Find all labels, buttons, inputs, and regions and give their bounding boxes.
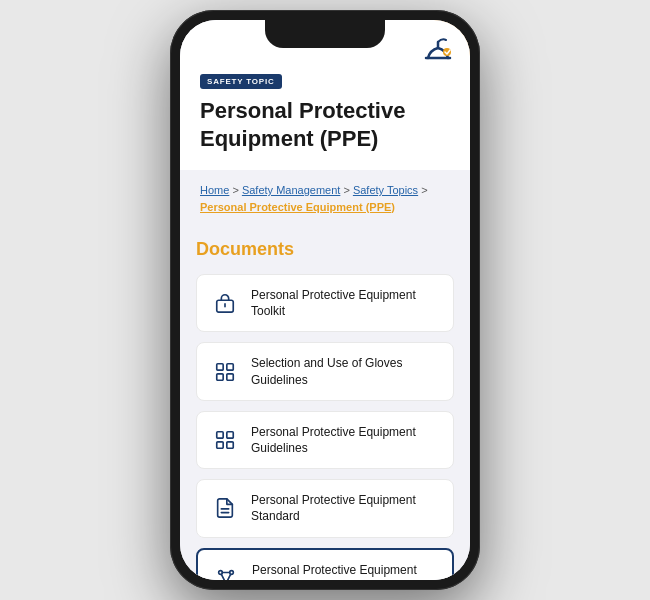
procedure-icon bbox=[212, 564, 240, 580]
documents-section: Documents Personal Protective Equipment … bbox=[180, 231, 470, 580]
phone-screen: SAFETY TOPIC Personal Protective Equipme… bbox=[180, 20, 470, 580]
grid-icon-gloves bbox=[211, 358, 239, 386]
phone-frame: SAFETY TOPIC Personal Protective Equipme… bbox=[170, 10, 480, 590]
breadcrumb-current: Personal Protective Equipment (PPE) bbox=[200, 201, 395, 213]
svg-rect-3 bbox=[217, 363, 223, 369]
doc-label-toolkit: Personal Protective Equipment Toolkit bbox=[251, 287, 439, 319]
notch bbox=[265, 20, 385, 48]
documents-title: Documents bbox=[196, 239, 454, 260]
svg-line-18 bbox=[227, 574, 231, 580]
doc-label-guidelines: Personal Protective Equipment Guidelines bbox=[251, 424, 439, 456]
svg-rect-10 bbox=[227, 442, 233, 448]
svg-rect-8 bbox=[227, 432, 233, 438]
doc-card-procedure[interactable]: Personal Protective Equipment Procedure bbox=[196, 548, 454, 581]
document-icon-standard bbox=[211, 494, 239, 522]
safety-helmet-icon bbox=[418, 30, 458, 70]
breadcrumb-safety-management[interactable]: Safety Management bbox=[242, 184, 340, 196]
breadcrumb-safety-topics[interactable]: Safety Topics bbox=[353, 184, 418, 196]
svg-rect-6 bbox=[227, 373, 233, 379]
svg-line-17 bbox=[221, 574, 225, 580]
doc-card-guidelines[interactable]: Personal Protective Equipment Guidelines bbox=[196, 411, 454, 469]
doc-card-gloves[interactable]: Selection and Use of Gloves Guidelines bbox=[196, 342, 454, 400]
breadcrumb-section: Home > Safety Management > Safety Topics… bbox=[180, 170, 470, 231]
doc-label-procedure: Personal Protective Equipment Procedure bbox=[252, 562, 438, 581]
svg-rect-4 bbox=[227, 363, 233, 369]
svg-point-0 bbox=[443, 48, 451, 56]
svg-rect-5 bbox=[217, 373, 223, 379]
page-title: Personal Protective Equipment (PPE) bbox=[200, 97, 450, 152]
doc-card-toolkit[interactable]: Personal Protective Equipment Toolkit bbox=[196, 274, 454, 332]
screen-content: SAFETY TOPIC Personal Protective Equipme… bbox=[180, 20, 470, 580]
svg-rect-9 bbox=[217, 442, 223, 448]
grid-icon-guidelines bbox=[211, 426, 239, 454]
svg-rect-7 bbox=[217, 432, 223, 438]
breadcrumb-home[interactable]: Home bbox=[200, 184, 229, 196]
safety-topic-badge: SAFETY TOPIC bbox=[200, 74, 282, 89]
breadcrumb: Home > Safety Management > Safety Topics… bbox=[200, 182, 450, 215]
doc-card-standard[interactable]: Personal Protective Equipment Standard bbox=[196, 479, 454, 537]
toolkit-icon bbox=[211, 289, 239, 317]
doc-label-standard: Personal Protective Equipment Standard bbox=[251, 492, 439, 524]
doc-label-gloves: Selection and Use of Gloves Guidelines bbox=[251, 355, 439, 387]
